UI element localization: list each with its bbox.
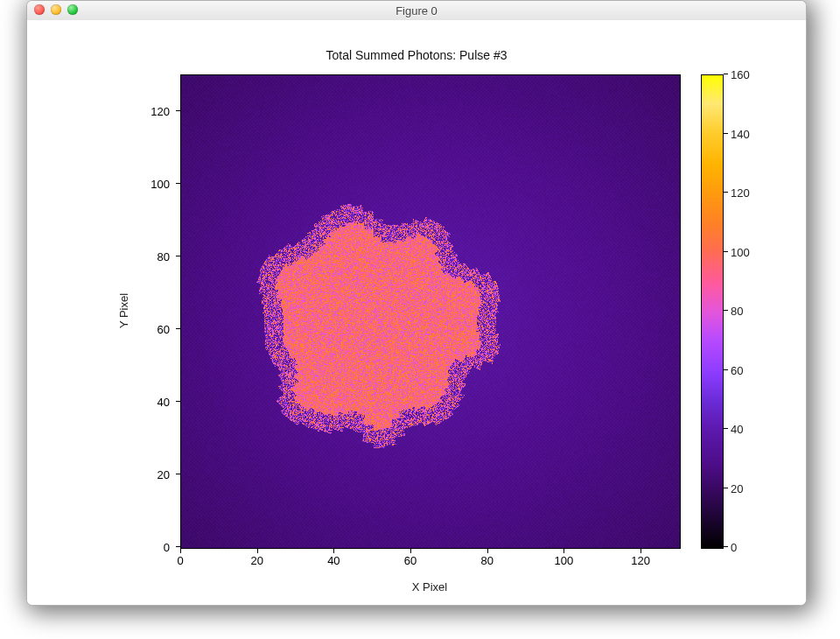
window-controls bbox=[34, 4, 78, 15]
axes bbox=[180, 74, 681, 549]
close-icon[interactable] bbox=[34, 4, 45, 15]
y-axis-label: Y Pixel bbox=[117, 293, 130, 328]
colorbar-ticks: 020406080100120140160 bbox=[724, 74, 785, 547]
x-axis-label: X Pixel bbox=[180, 580, 679, 593]
minimize-icon[interactable] bbox=[51, 4, 61, 15]
stage: Figure 0 Total Summed Photons: Pulse #3 … bbox=[0, 0, 840, 639]
window-title: Figure 0 bbox=[396, 4, 438, 18]
figure-window: Figure 0 Total Summed Photons: Pulse #3 … bbox=[26, 0, 807, 606]
colorbar bbox=[701, 74, 724, 549]
y-ticks: 020406080100120 bbox=[27, 74, 180, 547]
x-ticks: 020406080100120 bbox=[180, 549, 679, 575]
figure-canvas: Total Summed Photons: Pulse #3 020406080… bbox=[27, 20, 806, 605]
heatmap-image bbox=[181, 75, 680, 548]
titlebar[interactable]: Figure 0 bbox=[27, 1, 806, 21]
colorbar-gradient bbox=[702, 75, 723, 548]
zoom-icon[interactable] bbox=[67, 4, 78, 15]
plot-title: Total Summed Photons: Pulse #3 bbox=[27, 48, 806, 62]
